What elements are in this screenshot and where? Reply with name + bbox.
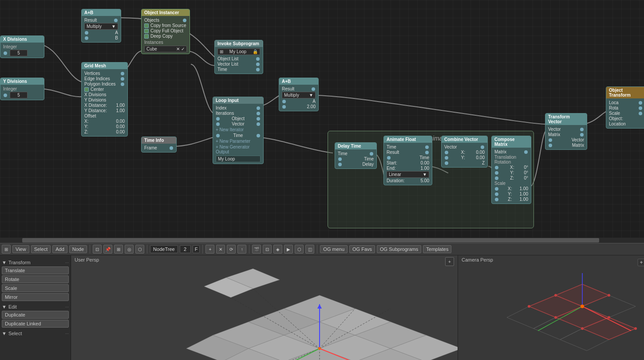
- dt-delay: Delay: [362, 162, 374, 167]
- cm-rotation: Rotation: [494, 160, 528, 164]
- li-new-iterator[interactable]: + New Iterator: [216, 127, 261, 133]
- viewport-camera[interactable]: Camera Persp: [458, 255, 644, 360]
- og-menu-btn[interactable]: OG menu: [320, 245, 348, 253]
- ot-scale: Scale: [609, 111, 620, 116]
- og-favs-btn[interactable]: OG Favs: [349, 245, 375, 253]
- select-label: Select: [8, 331, 22, 336]
- aplusb1-op[interactable]: Multiply ▼: [84, 23, 118, 30]
- translate-btn[interactable]: Translate: [2, 266, 69, 274]
- frame-number[interactable]: 2: [180, 245, 191, 253]
- snap-icon[interactable]: ◎: [125, 245, 134, 254]
- af-linear[interactable]: Linear ▼: [387, 171, 429, 178]
- viewport-camera-scene: +: [458, 255, 644, 360]
- cm-scale: Scale: [494, 181, 528, 186]
- invoke-veclist: Vector List: [217, 62, 238, 67]
- y-divisions-header: Y Divisions: [0, 78, 44, 85]
- rotate-btn[interactable]: Rotate: [2, 275, 69, 283]
- af-duration: Duration:: [387, 178, 405, 183]
- node-editor[interactable]: X Divisions Integer 5 Y Divisions Intege…: [0, 0, 644, 243]
- aplusb2-b-val: 2.00: [307, 104, 316, 109]
- gm-xdiv: X Divisions: [84, 92, 106, 97]
- node-btn[interactable]: Node: [69, 245, 87, 253]
- svg-point-51: [608, 294, 610, 297]
- aplusb1-header: A+B: [82, 9, 121, 16]
- object-transform-header: Object Transform: [606, 87, 644, 98]
- node-type-icon[interactable]: ⊡: [93, 245, 102, 254]
- invoke-objlist: Object List: [217, 56, 238, 61]
- ot-rota: Rota: [609, 106, 618, 110]
- render-icon[interactable]: 🎬: [252, 245, 261, 254]
- render2-icon[interactable]: ⊡: [263, 245, 272, 254]
- scene-icon[interactable]: ◈: [273, 245, 282, 254]
- gm-vertices: Vertices: [84, 71, 100, 76]
- ot-object: Object:: [609, 116, 623, 121]
- templates-btn[interactable]: Templates: [423, 245, 451, 253]
- aplusb2-result: Result: [282, 86, 294, 91]
- viewport-controls[interactable]: +: [445, 257, 454, 266]
- oi-cube[interactable]: Cube ✕ ✓: [144, 46, 187, 52]
- svg-point-49: [581, 327, 584, 330]
- aplusb1-a: A: [115, 30, 118, 35]
- tv-matrix-in: Matrix: [572, 143, 584, 148]
- y-divisions-value[interactable]: 5: [10, 92, 28, 98]
- li-myloop: My Loop: [216, 156, 261, 162]
- li-iterations: Iterations: [216, 111, 234, 116]
- li-vector: Vector: [232, 121, 244, 126]
- obj2-icon[interactable]: ◫: [305, 245, 314, 254]
- aplusb1-node: A+B Result Multiply ▼ A B: [81, 9, 121, 43]
- og-subprograms-btn[interactable]: OG Subprograms: [377, 245, 421, 253]
- run-icon[interactable]: ▶: [284, 245, 293, 254]
- minus-icon[interactable]: ✕: [216, 245, 225, 254]
- sep2: [147, 245, 147, 254]
- gm-ydiv: Y Divisions: [84, 98, 106, 102]
- add-viewport-icon[interactable]: +: [445, 257, 454, 266]
- li-new-gen[interactable]: + New Generator Output: [216, 144, 261, 155]
- select-section-header: ▼ Select ···: [2, 330, 69, 337]
- h-scrollbar-thumb[interactable]: [22, 238, 599, 243]
- cv-z: Z: [482, 160, 485, 165]
- pin-icon[interactable]: 📌: [103, 245, 112, 254]
- plus-icon[interactable]: +: [205, 245, 214, 254]
- x-divisions-value[interactable]: 5: [10, 50, 28, 56]
- aplusb1-result: Result: [84, 18, 97, 23]
- obj-icon[interactable]: ⬡: [295, 245, 304, 254]
- view3d-icon[interactable]: ⬡: [135, 245, 144, 254]
- duplicate-btn[interactable]: Duplicate: [2, 311, 69, 319]
- sep1: [90, 245, 90, 254]
- mode-icon[interactable]: ⊞: [2, 245, 11, 254]
- transform-section-header: ▼ Transform ···: [2, 259, 69, 266]
- gm-center: Center: [91, 87, 104, 92]
- oi-cube-label: Cube: [146, 47, 157, 51]
- gm-ydist: Y Distance:: [84, 108, 107, 113]
- up-icon[interactable]: ↑: [237, 245, 246, 254]
- select-btn[interactable]: Select: [31, 245, 51, 253]
- aplusb2-op[interactable]: Multiply ▼: [282, 92, 316, 98]
- scale-btn[interactable]: Scale: [2, 284, 69, 292]
- duplicate-linked-btn[interactable]: Duplicate Linked: [2, 320, 69, 328]
- viewport-main-scene: [71, 255, 458, 360]
- viewport-main[interactable]: User Persp: [71, 255, 458, 360]
- invoke-header: Invoke Subprogram: [215, 40, 263, 47]
- nodetree-field[interactable]: NodeTree: [150, 245, 178, 253]
- cv-vector: Vector: [444, 145, 457, 149]
- cm-matrix: Matrix: [494, 149, 506, 154]
- svg-point-55: [581, 305, 584, 308]
- f-label: F: [193, 245, 200, 253]
- x-divisions-socket: [4, 51, 7, 55]
- h-scrollbar[interactable]: [0, 238, 644, 243]
- left-panel: ▼ Transform ··· Translate Rotate Scale M…: [0, 255, 71, 360]
- gm-xval: 0.00: [116, 119, 125, 124]
- view-btn[interactable]: View: [12, 245, 29, 253]
- grid-icon[interactable]: ⊞: [114, 245, 123, 254]
- oi-copy-source: Copy from Source: [150, 23, 186, 28]
- edit-dots: ···: [65, 305, 69, 309]
- svg-text:+: +: [640, 259, 643, 266]
- sync-icon[interactable]: ⟳: [227, 245, 236, 254]
- invoke-loop[interactable]: ⊞My Loop🔒: [217, 48, 260, 55]
- li-new-param[interactable]: + New Parameter: [216, 138, 261, 144]
- svg-point-48: [608, 316, 610, 319]
- mirror-btn[interactable]: Mirror: [2, 293, 69, 301]
- gm-zval: 0.00: [116, 129, 125, 134]
- add-btn[interactable]: Add: [52, 245, 67, 253]
- grid-mesh-header: Grid Mesh: [82, 63, 127, 69]
